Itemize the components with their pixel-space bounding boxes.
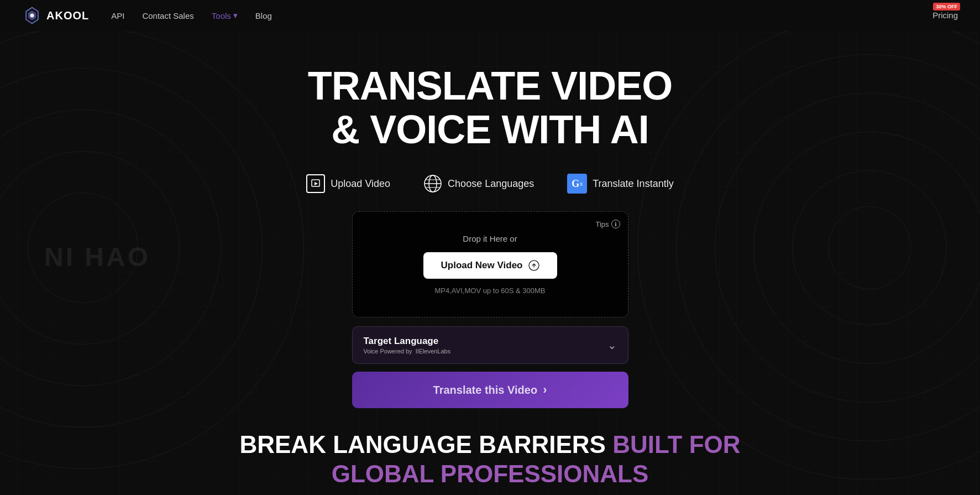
translate-video-button[interactable]: Translate this Video › <box>352 372 628 408</box>
hero-title: TRANSLATE VIDEO & VOICE WITH AI <box>308 64 673 152</box>
discount-badge: 30% OFF <box>933 3 960 11</box>
step-translate-instantly: G x Translate Instantly <box>567 174 673 194</box>
target-language-dropdown[interactable]: Target Language Voice Powered by IIEleve… <box>352 326 628 364</box>
nav-links: API Contact Sales Tools ▾ Blog <box>111 11 932 20</box>
main-content: TRANSLATE VIDEO & VOICE WITH AI Upload V… <box>0 31 980 489</box>
nav-link-pricing[interactable]: Pricing <box>932 11 958 20</box>
translate-btn-label: Translate this Video <box>433 384 538 397</box>
pricing-wrapper: 30% OFF Pricing <box>932 11 958 20</box>
nav-link-api[interactable]: API <box>111 11 124 20</box>
tips-info-icon: ℹ <box>611 220 620 228</box>
tools-chevron-icon: ▾ <box>233 11 238 20</box>
step-choose-languages-label: Choose Languages <box>448 178 534 190</box>
navigation: AKOOL API Contact Sales Tools ▾ Blog 30%… <box>0 0 980 31</box>
akool-logo-icon <box>22 6 42 25</box>
upload-new-video-button[interactable]: Upload New Video <box>423 252 557 279</box>
logo[interactable]: AKOOL <box>22 6 89 25</box>
upload-arrow-icon <box>528 260 539 271</box>
step-upload-video: Upload Video <box>306 174 390 193</box>
bottom-line1-purple: BUILT FOR <box>612 431 740 458</box>
nav-right: 30% OFF Pricing <box>932 11 958 20</box>
nav-link-tools[interactable]: Tools ▾ <box>212 11 238 20</box>
hero-title-line1: TRANSLATE VIDEO <box>308 64 673 108</box>
upload-container: Tips ℹ Drop it Here or Upload New Video … <box>352 211 628 317</box>
target-language-label: Target Language <box>364 336 451 347</box>
bottom-line2-purple: GLOBAL PROFESSIONALS <box>332 460 649 487</box>
svg-point-0 <box>30 13 34 17</box>
nav-link-blog[interactable]: Blog <box>255 11 272 20</box>
drop-text: Drop it Here or <box>463 234 517 243</box>
upload-video-icon <box>306 174 325 193</box>
step-translate-instantly-label: Translate Instantly <box>593 178 673 190</box>
powered-by-text: Voice Powered by IIElevenLabs <box>364 348 451 355</box>
file-format-info: MP4,AVI,MOV up to 60S & 300MB <box>435 286 546 295</box>
tips-link[interactable]: Tips ℹ <box>595 220 620 228</box>
tools-label: Tools <box>212 11 231 20</box>
step-choose-languages: Choose Languages <box>423 174 534 193</box>
chevron-down-icon: ⌄ <box>607 338 617 352</box>
step-upload-video-label: Upload Video <box>331 178 390 190</box>
translate-instantly-icon: G x <box>567 174 587 194</box>
bottom-line1-white: BREAK LANGUAGE BARRIERS <box>239 431 605 458</box>
bottom-cta: BREAK LANGUAGE BARRIERS BUILT FOR GLOBAL… <box>239 430 740 489</box>
choose-languages-icon <box>423 174 442 193</box>
logo-text: AKOOL <box>46 9 89 22</box>
translate-btn-arrow: › <box>543 383 547 397</box>
nav-link-contact-sales[interactable]: Contact Sales <box>142 11 193 20</box>
lang-dropdown-left: Target Language Voice Powered by IIEleve… <box>364 336 451 355</box>
hero-title-line2: & VOICE WITH AI <box>331 107 648 152</box>
svg-marker-2 <box>315 182 318 185</box>
tips-label: Tips <box>595 220 609 228</box>
upload-btn-label: Upload New Video <box>441 260 523 271</box>
steps-row: Upload Video Choose Languages G x Trans <box>306 174 673 194</box>
